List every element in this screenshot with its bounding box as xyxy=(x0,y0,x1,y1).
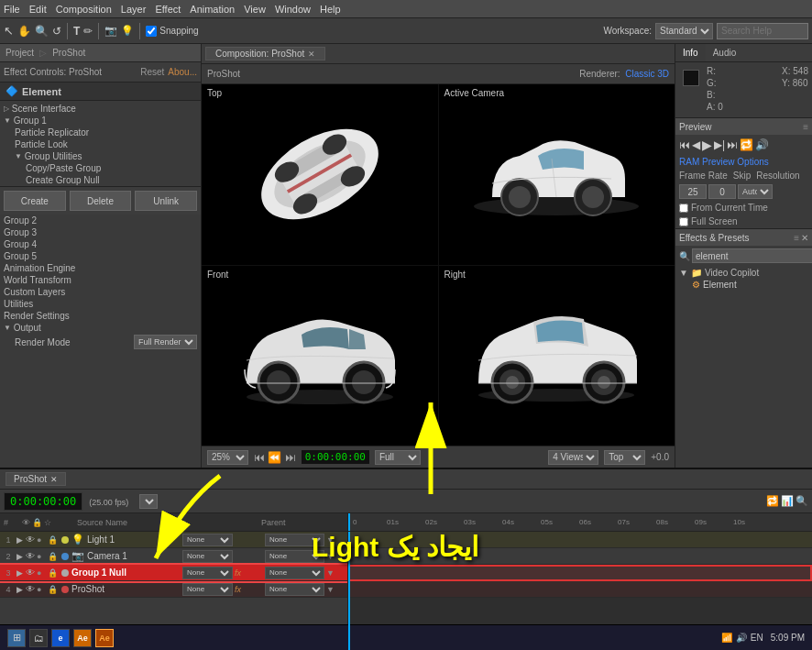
workspace-select[interactable]: Standard xyxy=(655,23,713,39)
last-frame-btn[interactable]: ⏭ xyxy=(727,138,738,151)
layer-row-1[interactable]: 1 ▶ 👁 ● 🔒 💡 Light 1 None None ▼ xyxy=(0,532,347,548)
angle-select[interactable]: Top xyxy=(604,450,645,465)
tl-graph-btn[interactable]: 📊 xyxy=(781,495,794,507)
tool-text[interactable]: T xyxy=(73,25,80,38)
viewport-top[interactable]: Top xyxy=(202,84,438,265)
tl-mode-select[interactable]: ▼ xyxy=(139,494,158,509)
taskbar-ie[interactable]: e xyxy=(51,629,70,647)
menu-file[interactable]: File xyxy=(4,4,20,15)
layer-expand-3[interactable]: ▶ xyxy=(16,568,26,578)
menu-layer[interactable]: Layer xyxy=(121,4,147,15)
layer-parent-select-4[interactable]: None xyxy=(265,583,324,596)
menu-edit[interactable]: Edit xyxy=(29,4,47,15)
renderer-value[interactable]: Classic 3D xyxy=(625,69,669,79)
tl-loop-btn[interactable]: 🔁 xyxy=(766,495,779,507)
layer-row-2[interactable]: 2 ▶ 👁 ● 🔒 📷 Camera 1 None None ▼ xyxy=(0,548,347,565)
layer-parent-select-1[interactable]: None xyxy=(265,534,324,546)
layer-eye-2[interactable]: 👁 xyxy=(26,551,37,561)
tree-group-utilities[interactable]: ▼ Group Utilities xyxy=(0,150,201,162)
menu-composition[interactable]: Composition xyxy=(56,4,112,15)
menu-effect[interactable]: Effect xyxy=(155,4,181,15)
layer-eye-3[interactable]: 👁 xyxy=(26,567,37,578)
effects-options[interactable]: ≡ xyxy=(794,233,799,243)
viewport-front[interactable]: Front xyxy=(202,266,438,446)
layer-expand-1[interactable]: ▶ xyxy=(16,535,26,545)
tree-animation-engine[interactable]: Animation Engine xyxy=(0,262,201,274)
taskbar-explorer[interactable]: 🗂 xyxy=(29,629,48,647)
next-frame-btn[interactable]: ▶| xyxy=(714,138,725,151)
tree-scene-interface[interactable]: ▷ Scene Interface xyxy=(0,103,201,115)
info-tab[interactable]: Info xyxy=(675,44,706,61)
timeline-tab[interactable]: ProShot ✕ xyxy=(5,472,66,486)
layer-row-3[interactable]: 3 ▶ 👁 ● 🔒 Group 1 Null None fx None xyxy=(0,565,347,581)
zoom-select[interactable]: 25% xyxy=(207,450,248,465)
preview-options-arrow[interactable]: ≡ xyxy=(803,122,808,132)
layer-parent-select-2[interactable]: None xyxy=(265,550,324,563)
render-mode-select[interactable]: Full Render xyxy=(134,335,197,349)
viewport-right[interactable]: Right xyxy=(439,266,675,446)
prev-frame-btn[interactable]: ◀ xyxy=(692,138,700,151)
tree-utilities[interactable]: Utilities xyxy=(0,298,201,310)
skip-input[interactable] xyxy=(708,184,736,199)
snapping-checkbox[interactable] xyxy=(146,26,157,37)
layer-lock-2[interactable]: 🔒 xyxy=(48,552,59,561)
tl-search-btn[interactable]: 🔍 xyxy=(796,495,808,507)
layer-lock-1[interactable]: 🔒 xyxy=(48,535,59,545)
project-tab[interactable]: Project xyxy=(5,48,34,58)
layer-parent-select-3[interactable]: None xyxy=(265,567,324,579)
menu-view[interactable]: View xyxy=(244,4,266,15)
effects-close[interactable]: ✕ xyxy=(801,233,808,243)
time-display[interactable]: 0:00:00:00 xyxy=(4,492,82,511)
layer-eye-1[interactable]: 👁 xyxy=(26,534,37,545)
taskbar-ae-icon[interactable]: Ae xyxy=(73,629,92,647)
tree-world-transform[interactable]: World Transform xyxy=(0,274,201,286)
layer-expand-4[interactable]: ▶ xyxy=(16,585,26,594)
view-mode-select[interactable]: 4 Views xyxy=(548,450,598,465)
create-button[interactable]: Create xyxy=(4,191,66,211)
tree-create-group-null[interactable]: Create Group Null xyxy=(0,174,201,186)
layer-mode-1[interactable]: None xyxy=(182,534,233,546)
tree-render-settings[interactable]: Render Settings xyxy=(0,310,201,322)
resolution-select[interactable]: Auto xyxy=(738,184,773,199)
composition-tab[interactable]: Composition: ProShot ✕ xyxy=(205,47,325,61)
delete-button[interactable]: Delete xyxy=(70,191,132,211)
quality-select[interactable]: Full xyxy=(375,450,421,465)
comp-close[interactable]: ✕ xyxy=(308,50,315,59)
audio-tab[interactable]: Audio xyxy=(706,44,744,61)
layer-eye-4[interactable]: 👁 xyxy=(26,584,37,594)
tool-select[interactable]: ↖ xyxy=(4,24,14,38)
layer-lock-3[interactable]: 🔒 xyxy=(48,568,59,578)
tree-particle-look[interactable]: Particle Look xyxy=(0,138,201,150)
tool-rotation[interactable]: ↺ xyxy=(52,25,61,38)
first-frame-btn[interactable]: ⏮ xyxy=(679,138,690,151)
from-current-checkbox[interactable] xyxy=(679,204,688,213)
layer-mode-4[interactable]: None xyxy=(182,583,233,596)
tree-particle-replicator[interactable]: Particle Replicator xyxy=(0,127,201,138)
layer-solo-1[interactable]: ● xyxy=(37,535,48,545)
proshot-tab[interactable]: ProShot xyxy=(52,48,85,58)
taskbar-ae-active[interactable]: Ae xyxy=(95,629,114,647)
full-screen-checkbox[interactable] xyxy=(679,217,688,226)
menu-window[interactable]: Window xyxy=(275,4,311,15)
video-copilot-folder[interactable]: ▼ 📁 Video Copilot xyxy=(679,268,808,278)
play-btn[interactable]: ▶ xyxy=(702,138,712,152)
viewport-active-camera[interactable]: Active Camera xyxy=(439,84,675,265)
reset-button[interactable]: Reset xyxy=(140,67,164,77)
element-effect[interactable]: ⚙ Element xyxy=(679,280,808,290)
layer-solo-4[interactable]: ● xyxy=(37,585,48,594)
timeline-tab-close[interactable]: ✕ xyxy=(50,475,58,484)
menu-help[interactable]: Help xyxy=(320,4,341,15)
search-help-input[interactable] xyxy=(717,23,808,39)
layer-mode-3[interactable]: None xyxy=(182,567,233,579)
audio-btn[interactable]: 🔊 xyxy=(755,138,769,151)
unlink-button[interactable]: Unlink xyxy=(135,191,197,211)
about-button[interactable]: Abou... xyxy=(168,67,197,77)
loop-btn[interactable]: 🔁 xyxy=(740,138,753,151)
tree-group4[interactable]: Group 4 xyxy=(0,238,201,250)
tree-render-mode[interactable]: Render Mode Full Render xyxy=(0,334,201,350)
tool-zoom[interactable]: 🔍 xyxy=(35,25,49,38)
tree-group5[interactable]: Group 5 xyxy=(0,250,201,262)
effects-search-input[interactable] xyxy=(692,248,812,263)
tree-group2[interactable]: Group 2 xyxy=(0,215,201,226)
start-button[interactable]: ⊞ xyxy=(7,629,26,647)
